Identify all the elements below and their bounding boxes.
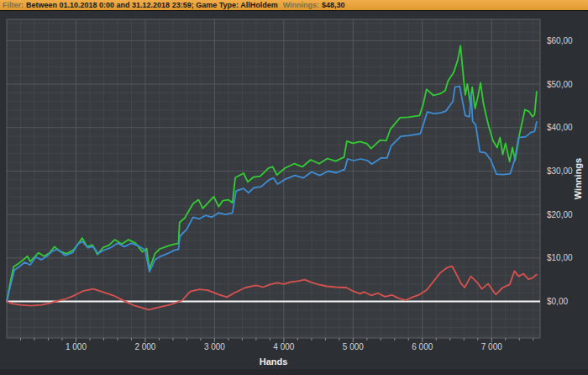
filter-label: Filter: — [3, 0, 24, 11]
x-tick-label: 7 000 — [481, 342, 502, 351]
filter-status-bar[interactable]: Filter: Between 01.10.2018 0:00 and 31.1… — [0, 0, 588, 11]
y-tick-label: $30,00 — [547, 166, 573, 176]
poker-tracker-graph-window: { "header": { "filter_label": "Filter:",… — [0, 0, 588, 375]
winnings-label: Winnings: — [283, 0, 319, 11]
y-axis-title: Winnings — [573, 158, 583, 199]
filter-value: Between 01.10.2018 0:00 and 31.12.2018 2… — [26, 0, 278, 11]
x-tick-label: 1 000 — [66, 342, 87, 351]
x-tick-label: 2 000 — [134, 342, 155, 351]
winnings-value: $48,30 — [322, 0, 345, 11]
winnings-graph-panel: 1 0002 0003 0004 0005 0006 0007 000$0,00… — [0, 0, 588, 375]
x-tick-label: 5 000 — [343, 342, 364, 351]
x-axis-title: Hands — [260, 357, 288, 367]
y-tick-label: $0,00 — [547, 297, 568, 306]
y-tick-label: $60,00 — [547, 36, 573, 45]
winnings-chart[interactable]: 1 0002 0003 0004 0005 0006 0007 000$0,00… — [0, 0, 588, 375]
y-tick-label: $20,00 — [547, 210, 573, 219]
x-tick-label: 3 000 — [204, 342, 225, 351]
x-tick-label: 4 000 — [273, 342, 294, 351]
window-bottom-edge — [0, 369, 588, 375]
y-tick-label: $40,00 — [547, 123, 573, 132]
y-tick-label: $50,00 — [547, 80, 573, 89]
y-tick-label: $10,00 — [547, 253, 573, 262]
x-tick-label: 6 000 — [412, 342, 433, 351]
